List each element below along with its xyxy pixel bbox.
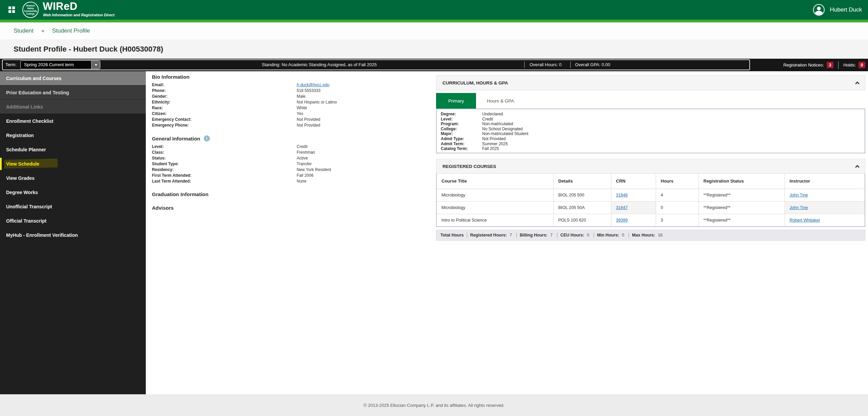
info-row: First Term Attended:Fall 2006 — [152, 173, 427, 178]
info-row: Class:Freshman — [152, 150, 427, 155]
tab-primary[interactable]: Primary — [436, 93, 476, 109]
logo-line: Community — [24, 10, 37, 13]
info-row: Residency:New York Resident — [152, 167, 427, 173]
user-avatar-icon — [813, 4, 825, 16]
overall-gpa: Overall GPA: 0.00 — [575, 60, 610, 70]
sidebar-item-schedule-planner[interactable]: Schedule Planner — [0, 143, 146, 157]
term-summary-box: Term: Spring 2026 Current term Standing:… — [2, 59, 750, 70]
holds[interactable]: Holds: 0 — [843, 62, 865, 68]
curriculum-panel-title: CURRICULUM, HOURS & GPA — [442, 80, 508, 86]
term-select-value: Spring 2026 Current term — [24, 62, 74, 67]
collapse-chevron-icon — [855, 81, 860, 86]
instructor-link[interactable]: John Tine — [790, 205, 808, 210]
graduation-information-section: Graduation Information — [152, 191, 427, 197]
header-accent-stripe — [0, 20, 868, 22]
instructor-link[interactable]: Robert Whitaker — [790, 218, 820, 223]
general-information-section: General Information i Level:Credit Class… — [152, 135, 427, 184]
user-menu[interactable]: Hubert Duck — [809, 0, 866, 20]
sidebar-item-myhub-enrollment-verification[interactable]: MyHub - Enrollment Verification — [0, 228, 146, 242]
sidebar-item-curriculum-and-courses[interactable]: Curriculum and Courses — [0, 71, 146, 86]
term-label: Term: — [5, 60, 17, 70]
curriculum-panel-header[interactable]: CURRICULUM, HOURS & GPA — [436, 75, 865, 90]
totals-divider — [557, 233, 557, 238]
sidebar-item-official-transcript[interactable]: Official Transcript — [0, 214, 146, 228]
email-link[interactable]: h-duck@hvcc.edu — [297, 82, 329, 88]
curriculum-row: Admit Term:Summer 2025 — [441, 141, 865, 147]
sidebar-nav: Curriculum and Courses Prior Education a… — [0, 71, 146, 394]
notices-divider — [838, 61, 839, 69]
curriculum-row: Degree:Undeclared — [441, 112, 865, 117]
grid-square — [8, 6, 11, 9]
college-logo: Hudson Valley Community College — [22, 2, 39, 18]
breadcrumb: Student Student Profile — [0, 22, 868, 39]
info-row: Citizen:Yes — [152, 111, 427, 117]
col-instructor: Instructor — [785, 174, 865, 189]
info-row: Ethnicity:Not Hispanic or Latino — [152, 99, 427, 105]
page-title: Student Profile - Hubert Duck (H00530078… — [14, 45, 163, 54]
grid-square — [12, 6, 15, 9]
panels-column: CURRICULUM, HOURS & GPA Primary Hours & … — [436, 75, 865, 241]
graduation-information-heading: Graduation Information — [152, 191, 427, 197]
info-row: Phone:518 5553333 — [152, 88, 427, 94]
course-row: Intro to Political Science POLS 100 620 … — [437, 214, 865, 226]
totals-divider — [629, 233, 629, 238]
total-hours-label: Total Hours — [440, 233, 464, 238]
grid-square — [12, 10, 15, 13]
sidebar-item-additional-links[interactable]: Additional Links — [0, 100, 146, 114]
logo-line: College — [26, 13, 35, 15]
sidebar-item-prior-education-and-testing[interactable]: Prior Education and Testing — [0, 86, 146, 100]
grid-square — [8, 10, 11, 13]
notices-area: Registration Notices: 3 Holds: 0 — [783, 59, 865, 71]
sidebar-item-view-grades[interactable]: View Grades — [0, 171, 146, 185]
instructor-link[interactable]: John Tine — [790, 193, 808, 197]
col-crn: CRN — [611, 174, 656, 189]
holds-label: Holds: — [843, 62, 856, 68]
info-icon[interactable]: i — [204, 135, 210, 141]
sidebar-item-registration[interactable]: Registration — [0, 128, 146, 143]
totals-divider — [467, 233, 467, 238]
info-row: Gender:Male — [152, 94, 427, 99]
info-row: Student Type:Transfer — [152, 161, 427, 167]
crn-link[interactable]: 31647 — [616, 205, 628, 210]
sidebar-item-unofficial-transcript[interactable]: Unofficial Transcript — [0, 200, 146, 214]
app-name: WIReD — [43, 0, 77, 13]
app-menu-icon[interactable] — [8, 6, 15, 13]
logo-line: Valley — [27, 7, 34, 10]
col-hours: Hours — [656, 174, 698, 189]
course-row: Microbiology BIOL 205 50A 31647 0 **Regi… — [437, 201, 865, 214]
user-name: Hubert Duck — [830, 6, 862, 13]
info-row: Level:Credit — [152, 144, 427, 150]
logo-line: Hudson — [26, 4, 35, 7]
crn-link[interactable]: 31646 — [616, 193, 628, 197]
registration-notices-label: Registration Notices: — [783, 62, 824, 68]
info-row: Status:Active — [152, 155, 427, 161]
registration-notices[interactable]: Registration Notices: 3 — [783, 62, 833, 68]
col-registration-status: Registration Status — [698, 174, 785, 189]
sidebar-item-view-schedule[interactable]: View Schedule — [0, 157, 146, 171]
term-bar: Term: Spring 2026 Current term Standing:… — [0, 59, 868, 71]
crn-link[interactable]: 39399 — [616, 218, 628, 223]
app-subtitle: Web Information and Registration Direct — [43, 13, 115, 17]
registered-courses-panel-header[interactable]: REGISTERED COURSES — [436, 159, 865, 174]
registered-courses-title: REGISTERED COURSES — [442, 164, 496, 169]
bio-information-section: Bio Information Email:h-duck@hvcc.edu Ph… — [152, 74, 427, 128]
registered-courses-table: Course Title Details CRN Hours Registrat… — [436, 174, 865, 227]
curriculum-row: Program:Non-matriculated — [441, 121, 865, 127]
breadcrumb-student[interactable]: Student — [14, 27, 34, 34]
curriculum-row: Major:Non-matriculated Student — [441, 131, 865, 136]
sidebar-item-enrollment-checklist[interactable]: Enrollment Checklist — [0, 114, 146, 128]
app-header: Hudson Valley Community College WIReD We… — [0, 0, 868, 20]
col-details: Details — [553, 174, 611, 189]
info-row: Last Term Attended:None — [152, 178, 427, 184]
curriculum-row: Admit Type:Not Provided — [441, 136, 865, 141]
general-information-heading: General Information i — [152, 135, 427, 141]
student-info-column: Bio Information Email:h-duck@hvcc.edu Ph… — [152, 74, 427, 213]
breadcrumb-separator-dot — [42, 30, 44, 32]
curriculum-row: Level:Credit — [441, 117, 865, 122]
term-select[interactable]: Spring 2026 Current term — [20, 60, 100, 69]
tab-hours-gpa[interactable]: Hours & GPA — [476, 93, 525, 109]
breadcrumb-student-profile: Student Profile — [52, 27, 90, 34]
main-content: Bio Information Email:h-duck@hvcc.edu Ph… — [146, 71, 868, 394]
total-hours-bar: Total Hours Registered Hours:7 Billing H… — [436, 230, 865, 241]
sidebar-item-degree-works[interactable]: Degree Works — [0, 185, 146, 200]
